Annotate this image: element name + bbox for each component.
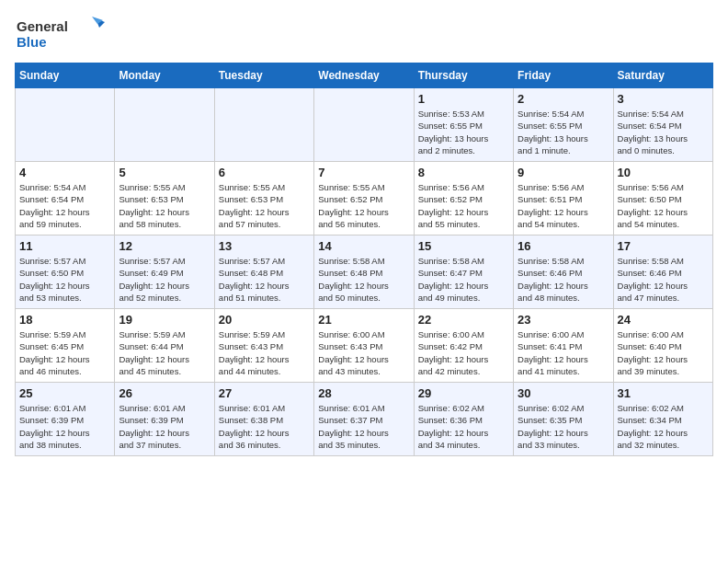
svg-text:General: General <box>17 18 68 34</box>
day-number: 3 <box>618 92 709 106</box>
day-number: 13 <box>219 239 310 253</box>
day-number: 19 <box>119 313 210 327</box>
calendar-cell: 6Sunrise: 5:55 AM Sunset: 6:53 PM Daylig… <box>214 162 313 236</box>
day-number: 14 <box>318 239 409 253</box>
day-number: 31 <box>618 386 709 400</box>
day-number: 4 <box>19 166 110 179</box>
calendar-cell: 19Sunrise: 5:59 AM Sunset: 6:44 PM Dayli… <box>115 309 214 383</box>
calendar-cell: 14Sunrise: 5:58 AM Sunset: 6:48 PM Dayli… <box>314 236 414 309</box>
day-detail: Sunrise: 5:55 AM Sunset: 6:52 PM Dayligh… <box>318 181 409 230</box>
calendar-cell: 9Sunrise: 5:56 AM Sunset: 6:51 PM Daylig… <box>514 162 613 236</box>
calendar-week-row: 18Sunrise: 5:59 AM Sunset: 6:45 PM Dayli… <box>16 309 713 383</box>
day-number: 1 <box>418 92 509 106</box>
day-number: 16 <box>518 239 609 253</box>
day-detail: Sunrise: 6:01 AM Sunset: 6:37 PM Dayligh… <box>318 402 409 451</box>
day-detail: Sunrise: 5:59 AM Sunset: 6:43 PM Dayligh… <box>219 328 310 377</box>
calendar-cell: 18Sunrise: 5:59 AM Sunset: 6:45 PM Dayli… <box>16 309 115 383</box>
calendar-cell: 13Sunrise: 5:57 AM Sunset: 6:48 PM Dayli… <box>214 236 313 309</box>
day-detail: Sunrise: 6:01 AM Sunset: 6:39 PM Dayligh… <box>19 402 110 451</box>
calendar-cell: 31Sunrise: 6:02 AM Sunset: 6:34 PM Dayli… <box>613 383 712 456</box>
calendar-week-row: 25Sunrise: 6:01 AM Sunset: 6:39 PM Dayli… <box>16 383 713 456</box>
day-detail: Sunrise: 6:01 AM Sunset: 6:39 PM Dayligh… <box>119 402 210 451</box>
day-detail: Sunrise: 6:02 AM Sunset: 6:36 PM Dayligh… <box>418 402 509 451</box>
day-detail: Sunrise: 5:56 AM Sunset: 6:51 PM Dayligh… <box>518 181 609 230</box>
calendar-cell: 29Sunrise: 6:02 AM Sunset: 6:36 PM Dayli… <box>414 383 513 456</box>
weekday-header-wednesday: Wednesday <box>314 63 414 88</box>
day-number: 18 <box>19 313 110 327</box>
day-number: 8 <box>418 166 509 179</box>
calendar-cell <box>314 88 414 162</box>
calendar-cell: 27Sunrise: 6:01 AM Sunset: 6:38 PM Dayli… <box>214 383 313 456</box>
calendar-week-row: 11Sunrise: 5:57 AM Sunset: 6:50 PM Dayli… <box>16 236 713 309</box>
calendar-cell: 26Sunrise: 6:01 AM Sunset: 6:39 PM Dayli… <box>115 383 214 456</box>
day-number: 9 <box>518 166 609 179</box>
svg-text:Blue: Blue <box>17 34 47 50</box>
page-header: General Blue <box>15 15 713 52</box>
day-number: 24 <box>618 313 709 327</box>
day-number: 6 <box>219 166 310 179</box>
day-detail: Sunrise: 6:00 AM Sunset: 6:41 PM Dayligh… <box>518 328 609 377</box>
day-detail: Sunrise: 6:01 AM Sunset: 6:38 PM Dayligh… <box>219 402 310 451</box>
day-detail: Sunrise: 6:00 AM Sunset: 6:42 PM Dayligh… <box>418 328 509 377</box>
day-number: 26 <box>119 386 210 400</box>
calendar-week-row: 4Sunrise: 5:54 AM Sunset: 6:54 PM Daylig… <box>16 162 713 236</box>
weekday-header-monday: Monday <box>115 63 214 88</box>
calendar-cell: 22Sunrise: 6:00 AM Sunset: 6:42 PM Dayli… <box>414 309 513 383</box>
day-number: 10 <box>618 166 709 179</box>
day-detail: Sunrise: 6:00 AM Sunset: 6:40 PM Dayligh… <box>618 328 709 377</box>
day-detail: Sunrise: 6:00 AM Sunset: 6:43 PM Dayligh… <box>318 328 409 377</box>
day-detail: Sunrise: 5:58 AM Sunset: 6:46 PM Dayligh… <box>618 255 709 304</box>
day-detail: Sunrise: 5:59 AM Sunset: 6:45 PM Dayligh… <box>19 328 110 377</box>
weekday-header-sunday: Sunday <box>16 63 115 88</box>
calendar-cell: 25Sunrise: 6:01 AM Sunset: 6:39 PM Dayli… <box>16 383 115 456</box>
logo-svg: General Blue <box>15 15 107 52</box>
weekday-header-friday: Friday <box>514 63 613 88</box>
day-detail: Sunrise: 5:59 AM Sunset: 6:44 PM Dayligh… <box>119 328 210 377</box>
calendar-cell: 24Sunrise: 6:00 AM Sunset: 6:40 PM Dayli… <box>613 309 712 383</box>
logo-container: General Blue <box>15 15 107 52</box>
day-detail: Sunrise: 5:55 AM Sunset: 6:53 PM Dayligh… <box>119 181 210 230</box>
calendar-cell: 12Sunrise: 5:57 AM Sunset: 6:49 PM Dayli… <box>115 236 214 309</box>
day-detail: Sunrise: 5:57 AM Sunset: 6:49 PM Dayligh… <box>119 255 210 304</box>
logo: General Blue <box>15 15 107 52</box>
calendar-cell: 10Sunrise: 5:56 AM Sunset: 6:50 PM Dayli… <box>613 162 712 236</box>
calendar-cell: 1Sunrise: 5:53 AM Sunset: 6:55 PM Daylig… <box>414 88 513 162</box>
day-number: 12 <box>119 239 210 253</box>
day-number: 29 <box>418 386 509 400</box>
weekday-header-saturday: Saturday <box>613 63 712 88</box>
day-number: 20 <box>219 313 310 327</box>
day-detail: Sunrise: 6:02 AM Sunset: 6:34 PM Dayligh… <box>618 402 709 451</box>
day-detail: Sunrise: 5:58 AM Sunset: 6:46 PM Dayligh… <box>518 255 609 304</box>
day-detail: Sunrise: 5:54 AM Sunset: 6:54 PM Dayligh… <box>19 181 110 230</box>
day-detail: Sunrise: 5:54 AM Sunset: 6:55 PM Dayligh… <box>518 108 609 156</box>
day-detail: Sunrise: 6:02 AM Sunset: 6:35 PM Dayligh… <box>518 402 609 451</box>
day-number: 2 <box>518 92 609 106</box>
day-detail: Sunrise: 5:58 AM Sunset: 6:48 PM Dayligh… <box>318 255 409 304</box>
weekday-header-row: SundayMondayTuesdayWednesdayThursdayFrid… <box>16 63 713 88</box>
calendar-cell: 8Sunrise: 5:56 AM Sunset: 6:52 PM Daylig… <box>414 162 513 236</box>
day-number: 5 <box>119 166 210 179</box>
day-number: 22 <box>418 313 509 327</box>
calendar-week-row: 1Sunrise: 5:53 AM Sunset: 6:55 PM Daylig… <box>16 88 713 162</box>
weekday-header-thursday: Thursday <box>414 63 513 88</box>
calendar-cell <box>115 88 214 162</box>
day-number: 11 <box>19 239 110 253</box>
calendar-cell: 28Sunrise: 6:01 AM Sunset: 6:37 PM Dayli… <box>314 383 414 456</box>
day-number: 15 <box>418 239 509 253</box>
calendar-cell: 11Sunrise: 5:57 AM Sunset: 6:50 PM Dayli… <box>16 236 115 309</box>
day-detail: Sunrise: 5:57 AM Sunset: 6:48 PM Dayligh… <box>219 255 310 304</box>
weekday-header-tuesday: Tuesday <box>214 63 313 88</box>
calendar-table: SundayMondayTuesdayWednesdayThursdayFrid… <box>15 63 713 456</box>
calendar-cell <box>214 88 313 162</box>
calendar-cell: 5Sunrise: 5:55 AM Sunset: 6:53 PM Daylig… <box>115 162 214 236</box>
day-number: 23 <box>518 313 609 327</box>
day-detail: Sunrise: 5:56 AM Sunset: 6:50 PM Dayligh… <box>618 181 709 230</box>
day-number: 7 <box>318 166 409 179</box>
calendar-cell: 7Sunrise: 5:55 AM Sunset: 6:52 PM Daylig… <box>314 162 414 236</box>
calendar-cell <box>16 88 115 162</box>
calendar-cell: 2Sunrise: 5:54 AM Sunset: 6:55 PM Daylig… <box>514 88 613 162</box>
day-number: 30 <box>518 386 609 400</box>
day-detail: Sunrise: 5:53 AM Sunset: 6:55 PM Dayligh… <box>418 108 509 156</box>
calendar-cell: 16Sunrise: 5:58 AM Sunset: 6:46 PM Dayli… <box>514 236 613 309</box>
calendar-cell: 15Sunrise: 5:58 AM Sunset: 6:47 PM Dayli… <box>414 236 513 309</box>
